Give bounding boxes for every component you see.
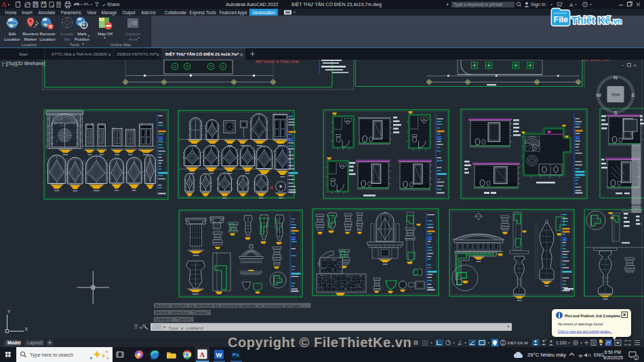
svg-text:✕: ✕ xyxy=(156,52,159,57)
svg-text:Featured Apps: Featured Apps xyxy=(220,10,247,16)
svg-text:Type a command: Type a command xyxy=(168,326,203,331)
svg-text:Location: Location xyxy=(21,42,37,47)
svg-text:A: A xyxy=(1,1,7,8)
svg-text:N: N xyxy=(613,75,618,81)
svg-text:KTTC-Nhà a Thế Anh 250828: KTTC-Nhà a Thế Anh 250828 xyxy=(52,52,107,56)
svg-text:Parametric: Parametric xyxy=(61,10,81,15)
svg-text:Select objects to stretch by c: Select objects to stretch by crossing-wi… xyxy=(155,304,308,308)
svg-text:Home: Home xyxy=(5,10,17,15)
svg-text:VIET-GK-M: VIET-GK-M xyxy=(507,341,528,345)
svg-text:✕: ✕ xyxy=(108,52,111,57)
svg-text:MẶT BẰNG TRỆT: MẶT BẰNG TRỆT xyxy=(582,60,611,62)
svg-text:29°C Nhiều mây: 29°C Nhiều mây xyxy=(527,352,566,358)
svg-text:Model: Model xyxy=(7,340,21,345)
svg-text:Position: Position xyxy=(75,37,90,41)
svg-text:BIỆT THỰ TÂN CỔ ĐIỂN 23,4x19,7: BIỆT THỰ TÂN CỔ ĐIỂN 23,4x19,7m.dwg xyxy=(291,1,382,7)
svg-text:Area: Area xyxy=(128,37,138,41)
svg-text:Manage: Manage xyxy=(102,10,117,16)
svg-text:ENG: ENG xyxy=(594,353,604,357)
svg-text:Online Map: Online Map xyxy=(110,42,132,47)
svg-text:Me: Me xyxy=(64,37,71,41)
svg-text:6:50 PM: 6:50 PM xyxy=(604,350,621,355)
svg-text:Share: Share xyxy=(107,2,120,7)
svg-text:Add-ins: Add-ins xyxy=(141,10,155,15)
svg-text:✕: ✕ xyxy=(240,52,243,57)
svg-text:X: X xyxy=(25,327,28,331)
svg-text:Capture: Capture xyxy=(125,31,141,36)
svg-text:✕: ✕ xyxy=(139,325,142,330)
svg-text:S: S xyxy=(613,110,618,116)
svg-text:Annotate: Annotate xyxy=(38,10,56,15)
svg-text:W: W xyxy=(216,351,222,359)
svg-text:−: − xyxy=(621,63,624,68)
svg-text:Edit: Edit xyxy=(9,31,16,36)
svg-text:Output: Output xyxy=(123,10,136,16)
svg-text:.vn: .vn xyxy=(611,17,622,25)
svg-text:Remove: Remove xyxy=(39,31,56,36)
svg-text:Mark: Mark xyxy=(77,31,87,36)
svg-text:Insert: Insert xyxy=(22,10,33,15)
svg-text:Thiết Kế: Thiết Kế xyxy=(571,15,611,26)
svg-text:Map Off: Map Off xyxy=(98,31,113,36)
svg-text:Layout2: Layout2 xyxy=(27,340,43,346)
svg-text:Plot and Publish Job Complete: Plot and Publish Job Complete xyxy=(565,314,621,318)
svg-text:2: 2 xyxy=(635,356,637,360)
svg-text:Y: Y xyxy=(7,309,11,314)
svg-text:Geolocation: Geolocation xyxy=(252,10,275,15)
svg-text:Start: Start xyxy=(19,52,28,56)
svg-text:TOP: TOP xyxy=(611,92,620,97)
svg-text:Location: Location xyxy=(39,37,56,41)
svg-text:Type a keyword or phrase: Type a keyword or phrase xyxy=(454,2,503,7)
svg-text:Sign In: Sign In xyxy=(531,2,546,7)
svg-text:No errors or warnings found: No errors or warnings found xyxy=(558,322,603,326)
svg-text:Locate: Locate xyxy=(61,31,74,36)
svg-text:Type here to search: Type here to search xyxy=(30,352,73,358)
svg-text:[−][Top][2D Wireframe]: [−][Top][2D Wireframe] xyxy=(2,61,45,66)
svg-text:Command: "Cancel": Command: "Cancel" xyxy=(155,317,194,322)
svg-text:Select objects: "Cancel": Select objects: "Cancel" xyxy=(155,310,210,315)
svg-text:Collaborate: Collaborate xyxy=(165,10,187,15)
svg-text:Tools: Tools xyxy=(70,42,79,47)
svg-text:Express Tools: Express Tools xyxy=(189,10,216,16)
svg-text:Ps: Ps xyxy=(233,352,239,358)
svg-text:View: View xyxy=(87,10,96,15)
svg-text:Location: Location xyxy=(4,37,20,41)
svg-text:Autodesk AutoCAD 2022: Autodesk AutoCAD 2022 xyxy=(226,2,279,7)
svg-text:MẶT BẰNG VÌ TẦNG HẦM: MẶT BẰNG VÌ TẦNG HẦM xyxy=(256,60,299,64)
svg-text:A: A xyxy=(199,350,205,359)
svg-text:✕: ✕ xyxy=(633,64,637,68)
svg-text:9/20/2025: 9/20/2025 xyxy=(603,355,624,360)
svg-text:Reorient: Reorient xyxy=(22,31,39,36)
svg-text:E: E xyxy=(631,92,635,98)
svg-text:BIỆT THỰ TÂN CỔ ĐIỂN 23.4x19.7: BIỆT THỰ TÂN CỔ ĐIỂN 23.4x19.7m* xyxy=(165,52,239,56)
svg-text:Click to view plot and publish: Click to view plot and publish details..… xyxy=(558,329,612,334)
svg-text:Marker: Marker xyxy=(24,37,37,41)
svg-text:File: File xyxy=(554,15,569,24)
svg-text:250816 HSTKTC-NT*: 250816 HSTKTC-NT* xyxy=(117,52,157,56)
svg-text:W: W xyxy=(596,92,601,98)
